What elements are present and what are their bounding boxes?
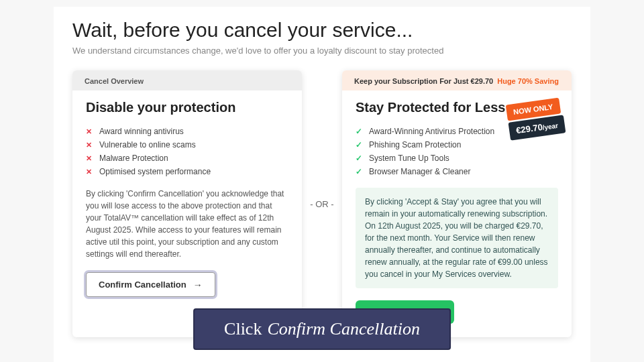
x-icon: ✕ — [86, 141, 94, 149]
check-icon: ✓ — [356, 127, 364, 136]
feature-label: Malware Protection — [99, 154, 168, 163]
instruction-callout: Click Confirm Cancellation — [193, 308, 451, 350]
list-item: ✕Vulnerable to online scams — [86, 138, 288, 152]
cancel-card-title: Disable your protection — [86, 100, 288, 115]
x-icon: ✕ — [86, 168, 94, 176]
or-separator: - OR - — [302, 70, 342, 337]
check-icon: ✓ — [356, 154, 364, 163]
x-icon: ✕ — [86, 127, 94, 136]
button-label: Confirm Cancellation — [99, 280, 186, 290]
cards-row: Cancel Overview Disable your protection … — [72, 70, 572, 337]
list-item: ✕Award winning antivirus — [86, 125, 288, 138]
page-title: Wait, before you cancel your service... — [72, 19, 572, 42]
callout-prefix: Click — [224, 319, 262, 339]
list-item: ✕Optimised system performance — [86, 165, 288, 178]
list-item: ✓Browser Manager & Cleaner — [356, 165, 558, 178]
check-icon: ✓ — [356, 167, 364, 176]
feature-label: Browser Manager & Cleaner — [369, 167, 470, 176]
price-badge: NOW ONLY €29.70/year — [496, 100, 564, 143]
feature-label: Vulnerable to online scams — [99, 140, 196, 149]
stay-card-header: Keep your Subscription For Just €29.70 H… — [342, 70, 572, 90]
arrow-right-icon: → — [193, 280, 203, 290]
x-icon: ✕ — [86, 154, 94, 163]
badge-price-period: /year — [542, 122, 559, 131]
stay-header-saving: Huge 70% Saving — [497, 77, 559, 85]
check-icon: ✓ — [356, 140, 364, 149]
feature-label: Award winning antivirus — [99, 127, 184, 136]
feature-label: System Tune Up Tools — [369, 154, 449, 163]
cancel-card: Cancel Overview Disable your protection … — [72, 70, 302, 337]
cancel-feature-list: ✕Award winning antivirus ✕Vulnerable to … — [86, 125, 288, 178]
confirm-cancellation-button[interactable]: Confirm Cancellation → — [86, 272, 215, 297]
list-item: ✕Malware Protection — [86, 152, 288, 165]
list-item: ✓System Tune Up Tools — [356, 152, 558, 165]
feature-label: Phishing Scam Protection — [369, 140, 461, 149]
cancel-disclaimer: By clicking 'Confirm Cancellation' you a… — [86, 188, 288, 260]
feature-label: Optimised system performance — [99, 167, 211, 176]
feature-label: Award-Winning Antivirus Protection — [369, 127, 494, 136]
cancel-card-header: Cancel Overview — [72, 70, 302, 90]
stay-card: Keep your Subscription For Just €29.70 H… — [342, 70, 572, 337]
stay-header-main: Keep your Subscription For Just €29.70 — [354, 77, 493, 85]
callout-action: Confirm Cancellation — [267, 319, 420, 339]
badge-price-value: €29.70 — [515, 122, 543, 135]
stay-disclaimer: By clicking 'Accept & Stay' you agree th… — [356, 188, 558, 288]
page-subtitle: We understand circumstances change, we'd… — [72, 46, 572, 56]
